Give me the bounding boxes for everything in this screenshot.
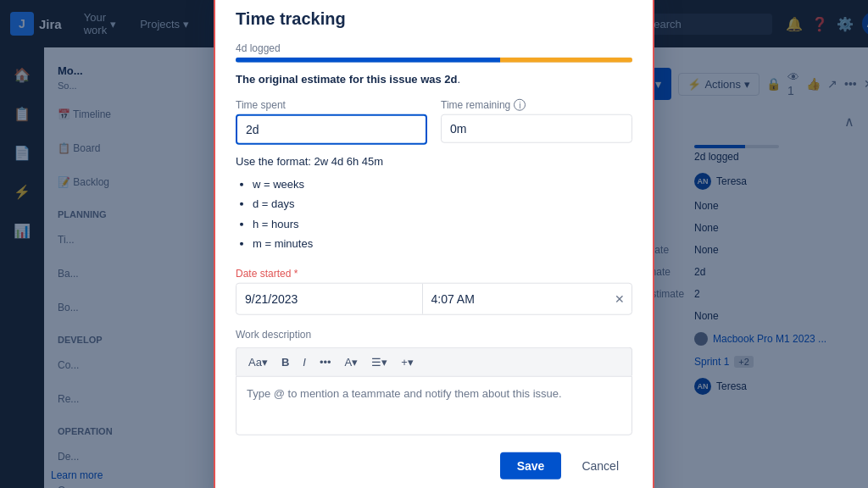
progress-track	[236, 58, 632, 63]
required-indicator: *	[294, 267, 298, 279]
bullet-hours: h = hours	[253, 214, 632, 234]
editor-toolbar: Aa▾ B I ••• A▾ ☰▾ +▾	[236, 347, 632, 375]
fields-row: Time spent Time remaining i	[236, 99, 632, 145]
time-spent-label: Time spent	[236, 99, 427, 111]
text-style-button[interactable]: Aa▾	[243, 352, 273, 370]
cancel-button[interactable]: Cancel	[568, 452, 632, 479]
modal-actions: Save Cancel	[236, 452, 632, 479]
time-spent-input[interactable]	[236, 114, 427, 145]
time-remaining-label: Time remaining i	[441, 99, 632, 111]
date-input[interactable]	[236, 285, 422, 312]
work-desc-label: Work description	[236, 328, 632, 340]
date-row: ✕	[236, 282, 632, 314]
more-text-button[interactable]: •••	[314, 352, 337, 370]
progress-blue	[236, 58, 500, 63]
bullet-minutes: m = minutes	[253, 234, 632, 253]
save-button[interactable]: Save	[500, 452, 562, 479]
bullet-weeks: w = weeks	[253, 175, 632, 194]
info-icon: i	[514, 99, 526, 111]
logged-label: 4d logged	[236, 42, 632, 54]
time-remaining-group: Time remaining i	[441, 99, 632, 145]
time-input[interactable]	[423, 285, 609, 312]
editor-placeholder: Type @ to mention a teammate and notify …	[247, 386, 562, 399]
bullet-days: d = days	[253, 194, 632, 214]
editor-area[interactable]: Type @ to mention a teammate and notify …	[236, 375, 632, 435]
estimate-text: The original estimate for this issue was…	[236, 73, 632, 86]
format-bullets: w = weeks d = days h = hours m = minutes	[253, 175, 632, 254]
time-tracking-modal: Time tracking 4d logged The original est…	[214, 0, 654, 488]
insert-button[interactable]: +▾	[396, 352, 419, 370]
progress-yellow	[500, 58, 632, 63]
bold-button[interactable]: B	[276, 352, 294, 370]
date-label: Date started *	[236, 267, 632, 279]
format-text: Use the format: 2w 4d 6h 45m	[236, 155, 632, 168]
modal-title: Time tracking	[236, 9, 632, 29]
italic-button[interactable]: I	[298, 352, 311, 370]
highlight-button[interactable]: A▾	[340, 352, 364, 370]
date-clear-icon[interactable]: ✕	[608, 285, 632, 312]
time-remaining-input[interactable]	[441, 114, 632, 143]
time-spent-group: Time spent	[236, 99, 427, 145]
list-button[interactable]: ☰▾	[366, 352, 392, 370]
